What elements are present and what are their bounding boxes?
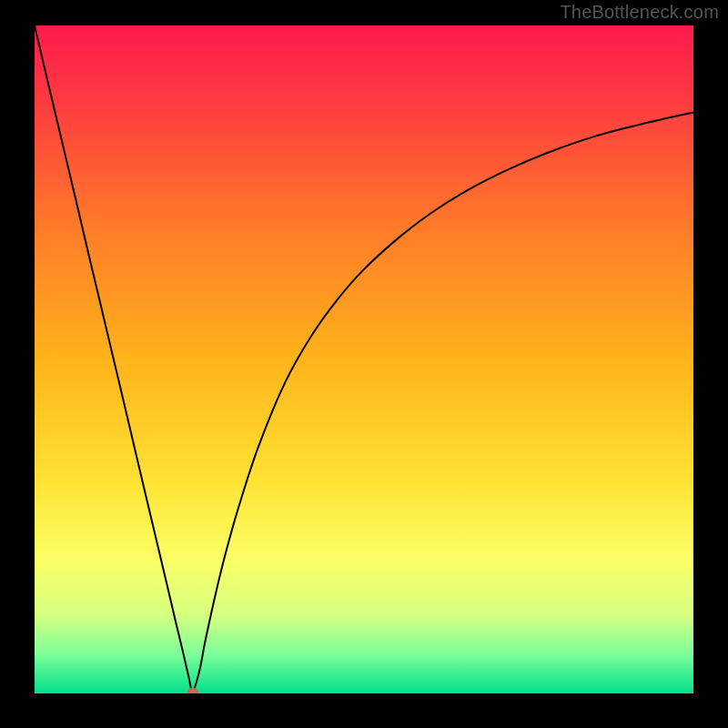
gradient-background [35,25,693,693]
watermark-text: TheBottleneck.com [560,2,719,23]
chart-frame: TheBottleneck.com [0,0,728,728]
bottleneck-chart [35,25,693,693]
plot-area [35,25,693,693]
